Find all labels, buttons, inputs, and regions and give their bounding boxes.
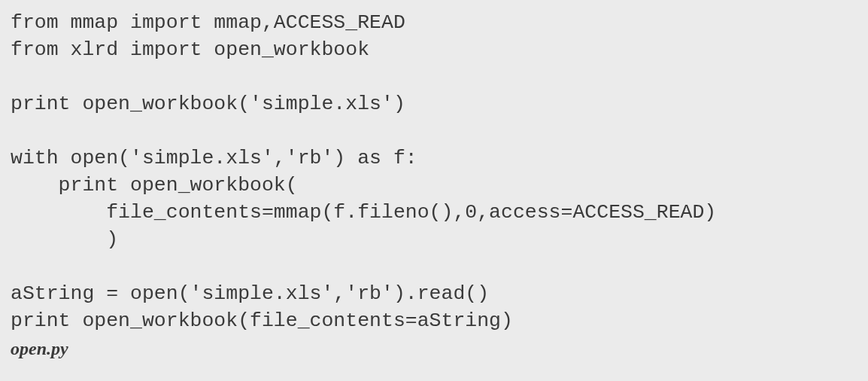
code-listing: from mmap import mmap,ACCESS_READ from x… [11, 9, 857, 334]
code-caption: open.py [11, 339, 857, 359]
code-block: from mmap import mmap,ACCESS_READ from x… [0, 0, 868, 381]
